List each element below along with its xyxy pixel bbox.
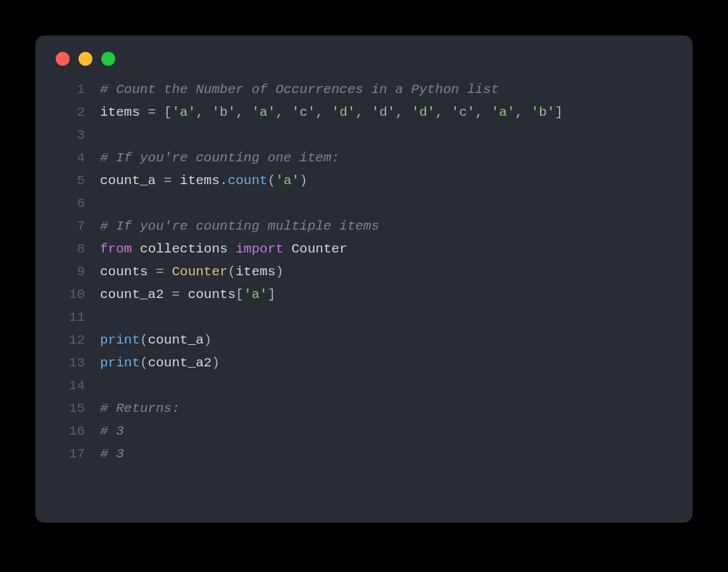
comment: # Count the Number of Occurrences in a P…: [100, 82, 499, 97]
zoom-icon[interactable]: [101, 52, 115, 66]
line-number: 7: [54, 215, 100, 238]
identifier: items: [180, 173, 220, 188]
code-line: 10 count_a2 = counts['a']: [54, 283, 674, 306]
string: 'd': [332, 105, 356, 120]
identifier: Counter: [292, 242, 348, 256]
line-number: 4: [54, 147, 100, 170]
code-content: # Returns:: [100, 397, 180, 420]
code-content: [100, 192, 108, 215]
comma: ,: [275, 105, 291, 120]
code-line: 14: [54, 375, 674, 397]
operator: =: [164, 287, 188, 302]
code-content: # Count the Number of Occurrences in a P…: [100, 78, 499, 101]
comma: ,: [435, 105, 451, 120]
line-number: 12: [54, 329, 100, 352]
code-line: 5 count_a = items.count('a'): [54, 170, 674, 192]
comma: ,: [315, 105, 331, 120]
paren: ): [299, 173, 308, 188]
line-number: 13: [54, 352, 100, 375]
code-line: 11: [54, 306, 674, 329]
class: Counter: [172, 264, 227, 279]
comma: ,: [515, 105, 531, 120]
method: count: [228, 173, 268, 188]
code-content: # 3: [100, 420, 124, 443]
code-editor[interactable]: 1 # Count the Number of Occurrences in a…: [54, 78, 674, 466]
string: 'b': [531, 105, 555, 120]
code-line: 1 # Count the Number of Occurrences in a…: [54, 78, 674, 101]
paren: (: [140, 333, 148, 347]
identifier: count_a2: [148, 356, 212, 370]
string: 'a': [244, 287, 268, 302]
code-content: [100, 306, 108, 329]
dot: .: [220, 173, 228, 188]
window-traffic-lights: [56, 52, 674, 66]
paren: ): [275, 264, 284, 279]
comment: # 3: [100, 447, 124, 461]
code-content: count_a2 = counts['a']: [100, 283, 275, 306]
code-content: count_a = items.count('a'): [100, 170, 308, 192]
identifier: counts: [188, 287, 236, 302]
operator: =: [148, 264, 172, 279]
line-number: 10: [54, 283, 100, 306]
code-window: 1 # Count the Number of Occurrences in a…: [35, 35, 693, 523]
code-line: 12 print(count_a): [54, 329, 674, 352]
code-content: counts = Counter(items): [100, 261, 284, 283]
line-number: 5: [54, 170, 100, 192]
string: 'b': [211, 105, 235, 120]
line-number: 1: [54, 78, 100, 101]
string: 'c': [451, 105, 475, 120]
line-number: 3: [54, 124, 100, 147]
code-content: # 3: [100, 443, 124, 466]
code-line: 8 from collections import Counter: [54, 238, 674, 261]
identifier: count_a: [148, 333, 204, 347]
bracket: [: [235, 287, 244, 302]
line-number: 2: [54, 101, 100, 124]
code-line: 16 # 3: [54, 420, 674, 443]
line-number: 15: [54, 397, 100, 420]
code-content: # If you're counting multiple items: [100, 215, 379, 238]
paren: ): [211, 356, 220, 370]
code-content: items = ['a', 'b', 'a', 'c', 'd', 'd', '…: [100, 101, 563, 124]
module: collections: [140, 242, 228, 256]
code-content: [100, 124, 108, 147]
space: [228, 242, 236, 256]
operator: =: [156, 173, 180, 188]
code-line: 15 # Returns:: [54, 397, 674, 420]
code-content: from collections import Counter: [100, 238, 348, 261]
code-content: # If you're counting one item:: [100, 147, 339, 170]
comment: # If you're counting one item:: [100, 151, 339, 165]
paren: (: [140, 356, 148, 370]
string: 'a': [275, 173, 299, 188]
builtin: print: [100, 356, 140, 370]
string: 'a': [491, 105, 515, 120]
string: 'd': [411, 105, 436, 120]
string: 'a': [172, 105, 196, 120]
identifier: items: [100, 105, 140, 120]
comma: ,: [355, 105, 371, 120]
comment: # 3: [100, 424, 124, 438]
identifier: count_a: [100, 173, 156, 188]
identifier: count_a2: [100, 287, 164, 302]
minimize-icon[interactable]: [78, 52, 92, 66]
comment: # Returns:: [100, 401, 180, 416]
comma: ,: [235, 105, 251, 120]
builtin: print: [100, 333, 140, 347]
code-line: 2 items = ['a', 'b', 'a', 'c', 'd', 'd',…: [54, 101, 674, 124]
identifier: items: [235, 264, 275, 279]
line-number: 8: [54, 238, 100, 261]
code-content: print(count_a): [100, 329, 211, 352]
line-number: 16: [54, 420, 100, 443]
line-number: 6: [54, 192, 100, 215]
code-content: [100, 375, 108, 397]
close-icon[interactable]: [56, 52, 70, 66]
identifier: counts: [100, 264, 148, 279]
string: 'd': [372, 105, 396, 120]
code-line: 13 print(count_a2): [54, 352, 674, 375]
bracket: ]: [268, 287, 276, 302]
line-number: 11: [54, 306, 100, 329]
comma: ,: [196, 105, 211, 120]
comma: ,: [475, 105, 491, 120]
keyword: import: [235, 242, 284, 256]
code-line: 7 # If you're counting multiple items: [54, 215, 674, 238]
bracket: ]: [555, 105, 563, 120]
